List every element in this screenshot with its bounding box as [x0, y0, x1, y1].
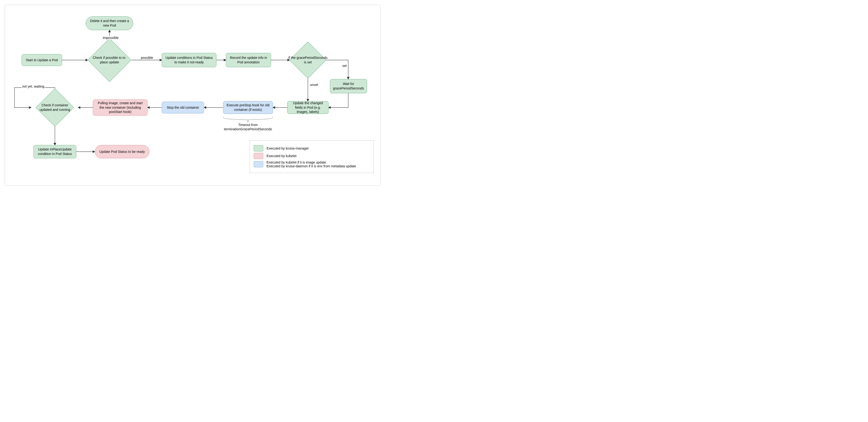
legend-swatch-green	[254, 145, 263, 152]
node-update-conditions: Update conditions in Pod Status to make …	[162, 53, 216, 67]
node-check-running: Check if container updated and running	[41, 94, 68, 121]
node-stop-old: Stop the old container	[162, 102, 204, 113]
node-wait-grace: Wait for gracePeriodSeconds	[330, 79, 367, 93]
label-impossible: impossible	[102, 36, 119, 40]
node-update-inplace: Update InPlaceUpdate condition in Pod St…	[33, 145, 76, 158]
label-possible: possible	[141, 56, 153, 60]
node-pulling: Pulling image, create and start the new …	[93, 99, 148, 116]
label-unset: unset	[310, 83, 318, 87]
legend-row-pink: Executed by kubelet	[254, 153, 370, 159]
legend-row-green: Executed by kruise-manager	[254, 145, 370, 152]
node-check-possible: Check if possible to in-place update	[94, 44, 125, 75]
node-update-fields: Update the changed fields in Pod (e.g. i…	[287, 101, 329, 114]
legend: Executed by kruise-manager Executed by k…	[250, 140, 374, 173]
node-update-ready: Update Pod Status to be ready	[95, 145, 149, 158]
flowchart-canvas: Start to Update a Pod Check if possible …	[5, 5, 380, 186]
legend-label-blue: Executed by kubelet if it is image updat…	[267, 160, 356, 168]
legend-row-blue: Executed by kubelet if it is image updat…	[254, 160, 370, 168]
node-if-grace: If the gracePeriodSeconds is set	[295, 47, 321, 73]
node-record-info: Record the update info in Pod annotation	[226, 53, 271, 67]
label-waiting: not yet, waiting	[22, 85, 45, 88]
legend-label-green: Executed by kruise-manager	[267, 147, 309, 150]
note-prestop-timeout: Timeout from terminationGracePeriodSecon…	[216, 123, 280, 131]
node-start: Start to Update a Pod	[22, 54, 62, 66]
node-prestop: Execute preStop hook for old container (…	[223, 101, 273, 114]
legend-swatch-blue	[254, 161, 263, 167]
node-delete-new: Delete it and then create a new Pod	[86, 17, 133, 30]
legend-swatch-pink	[254, 153, 263, 159]
legend-label-pink: Executed by kubelet	[267, 154, 297, 158]
label-set: set	[342, 64, 347, 68]
